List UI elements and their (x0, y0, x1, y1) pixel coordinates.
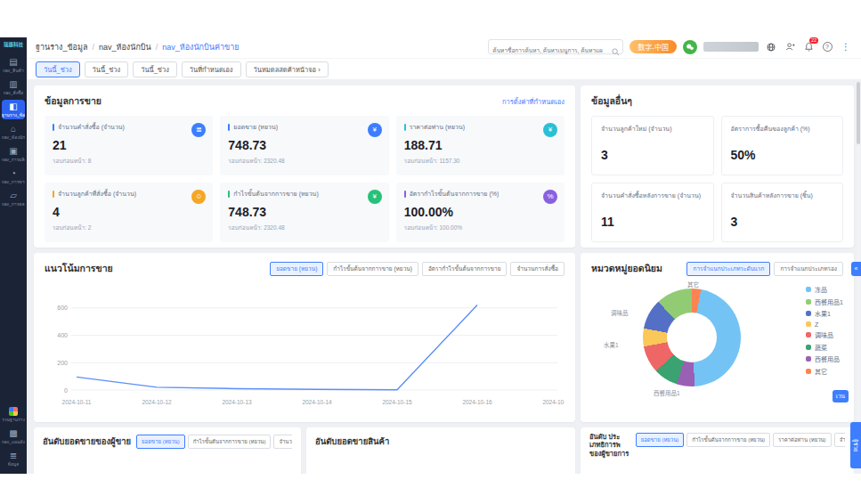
search-icon[interactable] (612, 44, 620, 60)
legend-item[interactable]: 西餐用品1 (806, 297, 843, 306)
more-menu-icon[interactable]: ⋮ (840, 41, 852, 53)
assistant-tab[interactable]: ผู้ช่วย (850, 422, 861, 468)
card-title: หมวดหมู่ยอดนิยม (591, 261, 662, 276)
language-icon[interactable] (765, 41, 777, 53)
kpi-label: ราคาต่อท่าน (หยวน) (410, 122, 465, 132)
date-filter-bar: วันนี้_ช่วง วันนี้_ช่วง วันนี้_ช่วง วันท… (27, 59, 861, 80)
legend-item[interactable]: 其它 (806, 367, 843, 376)
sidebar: 瑞康科技 ▤ nav_สินค้า ▥ nav_สั่งซื้อ ◧ ฐานรา… (0, 37, 27, 474)
trend-tab-sales[interactable]: ยอดขาย (หยวน) (270, 262, 323, 276)
sales-icon: ◔ (11, 169, 16, 178)
tile-aftersales-items: จำนวนสินค้าหลังการขาย (ชิ้น) 3 (721, 183, 844, 242)
kpi-buying-customers: จำนวนลูกค้าที่สั่งซื้อ (จำนวน) ☺ 4 รอบก่… (45, 183, 213, 242)
floating-tag-button[interactable]: เวน (833, 390, 849, 402)
notification-badge: 22 (809, 37, 818, 44)
cockpit-icon: ⌂ (11, 125, 16, 134)
trend-tab-gross-profit[interactable]: กำไรขั้นต้นจากการขาย (หยวน) (327, 262, 418, 276)
breadcrumb-item[interactable]: ฐานราง_ข้อมูล (36, 41, 87, 53)
sidebar-item-cockpit[interactable]: ⌂ nav_ห้องนักบิน (2, 122, 25, 142)
sidebar-item-plan[interactable]: ▩ nav_แผนผัง (2, 427, 25, 446)
sidebar-item-apps[interactable]: รวมฐานราง (2, 404, 25, 424)
gross-margin-icon: % (543, 190, 557, 204)
kpi-value: 748.73 (228, 205, 380, 219)
help-icon[interactable]: ? (821, 41, 833, 53)
screen-mode-link[interactable]: วันหมดลสดค้าหน้าจอ › (246, 61, 329, 77)
cn-promo-button[interactable]: 数字-中国 (630, 40, 677, 53)
category-ranking-tabs: ยอดขาย (หยวน) กำไรขั้นต้นจากการขาย (หยวน… (636, 433, 845, 447)
avatar[interactable] (683, 40, 697, 54)
legend-item[interactable]: 蔬菜 (806, 343, 843, 352)
trend-tab-order-count[interactable]: จำนวนการสั่งซื้อ (510, 262, 565, 276)
sidebar-item-orders[interactable]: ▥ nav_สั่งซื้อ (2, 77, 25, 97)
card-title: แนวโน้มการขาย (45, 261, 113, 276)
donut-callout: 其它 (687, 280, 699, 289)
panel-collapse-tab[interactable]: « (851, 262, 861, 276)
rank-tab-order-count[interactable]: จำนวนการสั่งซื้อ (834, 433, 845, 447)
rank-tab-price-per-person[interactable]: ราคาต่อท่าน (หยวน) (773, 433, 832, 447)
category-tab-level1[interactable]: การจำแนกประเภทระดับแรก (686, 262, 770, 276)
kpi-value: 748.73 (228, 138, 380, 152)
sidebar-item-products[interactable]: ▤ nav_สินค้า (2, 55, 25, 75)
kpi-value: 100.00% (404, 205, 556, 219)
kpi-sales-amount: ยอดขาย (หยวน) ¥ 748.73 รอบก่อนหน้า: 2320… (220, 116, 388, 175)
rank-tab-gross-profit[interactable]: กำไรขั้นต้นจากการขาย (หยวน) (188, 435, 272, 449)
kpi-order-count: จำนวนคำสั่งซื้อ (จำนวน) ≣ 21 รอบก่อนหน้า… (45, 116, 213, 175)
notifications-bell-icon[interactable]: 22 (802, 41, 815, 53)
legend-item[interactable]: Z (806, 321, 843, 328)
sidebar-item-market[interactable]: ▱ nav_การตลาด (2, 189, 25, 208)
kpi-previous: รอบก่อนหน้า: 100.00% (404, 224, 556, 232)
date-tab-week[interactable]: วันนี้_ช่วง (85, 61, 129, 77)
kpi-label: จำนวนคำสั่งซื้อ (จำนวน) (58, 122, 125, 132)
sidebar-item-label: nav_ห้องนักบิน (2, 134, 25, 140)
apps-icon (9, 407, 18, 416)
legend-item[interactable]: 西餐用品 (806, 354, 843, 363)
market-icon: ▱ (10, 191, 17, 200)
kpi-accent-bar (53, 124, 54, 131)
sidebar-item-production[interactable]: ▣ nav_การผลิต (2, 144, 25, 164)
sidebar-item-label: nav_การขาย (2, 179, 25, 184)
sidebar-item-label: ข้อมูล (8, 461, 20, 467)
card-title: อันดับยอดขายสินค้า (315, 435, 389, 448)
date-tab-custom[interactable]: วันที่กำหนดเอง (182, 61, 241, 77)
legend-item[interactable]: 冻品 (806, 285, 843, 294)
rank-tab-sales[interactable]: ยอดขาย (หยวน) (636, 433, 685, 447)
custom-settings-link[interactable]: การตั้งค่าที่กำหนดเอง (502, 96, 565, 107)
kpi-accent-bar (228, 124, 230, 131)
rank-tab-sales[interactable]: ยอดขาย (หยวน) (136, 435, 185, 449)
category-ranking-card: อันดับ ประเภทธิการพ ของผู้ขายการ ยอดขาย … (581, 427, 854, 474)
tile-aftersales-orders: จำนวนคำสั่งซื้อหลังการขาย (จำนวน) 11 (591, 183, 714, 242)
chevron-right-icon: › (318, 66, 321, 74)
svg-text:2024-10-17: 2024-10-17 (542, 399, 565, 405)
sales-trend-line-chart: 02004006002024-10-112024-10-122024-10-13… (45, 287, 565, 413)
rank-tab-gross-profit[interactable]: กำไรขั้นต้นจากการขาย (หยวน) (686, 433, 770, 447)
scrollbar-thumb[interactable] (857, 82, 860, 144)
svg-text:2024-10-16: 2024-10-16 (462, 399, 492, 405)
svg-text:600: 600 (57, 305, 68, 311)
dashboard-content: ข้อมูลการขาย การตั้งค่าที่กำหนดเอง จำนวน… (27, 80, 861, 474)
breadcrumb-item[interactable]: nav_ห้องนักบิน (99, 41, 151, 53)
category-tab-level2[interactable]: การจำแนกประเภทรอง (774, 262, 843, 276)
main-area: ฐานราง_ข้อมูล / nav_ห้องนักบิน / nav_ห้อ… (27, 36, 861, 474)
user-name-redacted[interactable] (703, 42, 759, 52)
breadcrumb: ฐานราง_ข้อมูล / nav_ห้องนักบิน / nav_ห้อ… (36, 41, 240, 53)
sidebar-item-label: nav_การผลิต (2, 157, 25, 162)
rank-tab-order-count[interactable]: จำนวนการสั่งซื้อ (273, 435, 292, 449)
legend-item[interactable]: 水果1 (806, 309, 843, 318)
top-bar: ฐานราง_ข้อมูล / nav_ห้องนักบิน / nav_ห้อ… (27, 36, 861, 59)
sidebar-item-dashboard[interactable]: ◧ ฐานราง_ข้อมูล (2, 100, 25, 119)
date-tab-month[interactable]: วันนี้_ช่วง (133, 61, 177, 77)
sales-overview-card: ข้อมูลการขาย การตั้งค่าที่กำหนดเอง จำนวน… (34, 85, 575, 248)
kpi-accent-bar (228, 191, 230, 198)
search-input[interactable] (489, 44, 606, 57)
sidebar-item-data[interactable]: ≣ ข้อมูล (2, 449, 25, 468)
category-level-tabs: การจำแนกประเภทระดับแรก การจำแนกประเภทรอง (686, 262, 843, 276)
add-user-icon[interactable] (784, 41, 796, 53)
legend-item[interactable]: 调味品 (806, 330, 843, 339)
card-title: ข้อมูลอื่นๆ (591, 93, 632, 109)
date-tab-today[interactable]: วันนี้_ช่วง (36, 61, 80, 77)
kpi-gross-margin: อัตรากำไรขั้นต้นจากการขาย (%) % 100.00% … (396, 183, 565, 242)
card-title: อันดับยอดขายของผู้ขาย (43, 435, 131, 448)
sidebar-item-sales[interactable]: ◔ nav_การขาย (2, 167, 25, 186)
trend-tab-gross-margin[interactable]: อัตรากำไรขั้นต้นจากการขาย (422, 262, 508, 276)
seller-ranking-tabs: ยอดขาย (หยวน) กำไรขั้นต้นจากการขาย (หยวน… (136, 435, 292, 449)
